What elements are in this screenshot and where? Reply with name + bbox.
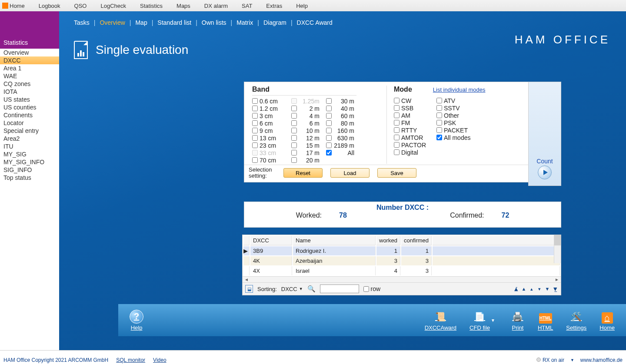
sidebar-item-itu[interactable]: ITU: [0, 142, 59, 150]
status-sql[interactable]: SQL monitor: [116, 357, 145, 363]
chk-70-cm[interactable]: 70 cm: [252, 156, 290, 164]
chk-1-2-cm[interactable]: 1.2 cm: [252, 105, 290, 112]
sidebar-item-my-sig-info[interactable]: MY_SIG_INFO: [0, 158, 59, 166]
crumb-dxcc-award[interactable]: DXCC Award: [297, 19, 333, 26]
table-row[interactable]: 4XIsrael43: [243, 266, 560, 275]
crumb-map[interactable]: Map: [135, 19, 147, 26]
reset-button[interactable]: Reset: [283, 168, 323, 178]
sidebar-item-continents[interactable]: Continents: [0, 111, 59, 119]
crumb-matrix[interactable]: Matrix: [236, 19, 253, 26]
list-modes-link[interactable]: List individual modes: [433, 86, 486, 93]
chk-amtor[interactable]: AMTOR: [394, 134, 435, 141]
grid-table[interactable]: DXCC Name worked confirmed ▶3B9Rodriguez…: [243, 235, 561, 276]
sidebar-item-wae[interactable]: WAE: [0, 72, 59, 80]
chk-12-m[interactable]: 12 m: [291, 134, 324, 142]
chk-30-m[interactable]: 30 m: [326, 97, 363, 105]
crumb-tasks[interactable]: Tasks: [74, 19, 90, 26]
nav-last[interactable]: ▼̲: [552, 286, 558, 292]
nav-up[interactable]: ▴: [529, 286, 535, 292]
nav-down[interactable]: ▾: [536, 286, 543, 292]
col-worked[interactable]: worked: [376, 236, 400, 245]
chk-15-m[interactable]: 15 m: [291, 142, 324, 149]
sidebar-item-dxcc[interactable]: DXCC: [0, 56, 59, 64]
menu-logcheck[interactable]: LogCheck: [93, 3, 133, 9]
status-dropdown-icon[interactable]: ▼: [570, 358, 574, 362]
crumb-standard-list[interactable]: Standard list: [157, 19, 191, 26]
chk-80-m[interactable]: 80 m: [326, 119, 363, 127]
sidebar-item-area2[interactable]: Area2: [0, 135, 59, 142]
menu-home[interactable]: Home: [2, 3, 32, 9]
settings-tool[interactable]: 🛠️Settings: [566, 310, 586, 331]
chk-2189-m[interactable]: 2189 m: [326, 142, 363, 149]
chk-atv[interactable]: ATV: [436, 97, 477, 104]
menu-statistics[interactable]: Statistics: [133, 3, 170, 9]
menu-sat[interactable]: SAT: [235, 3, 259, 9]
chk-60-m[interactable]: 60 m: [326, 112, 363, 119]
count-button[interactable]: [538, 165, 552, 179]
col-name[interactable]: Name: [293, 236, 376, 245]
table-row[interactable]: 4KAzerbaijan33: [243, 256, 560, 265]
chk-all-modes[interactable]: All modes: [436, 134, 477, 141]
help-tool[interactable]: ? Help: [130, 310, 143, 331]
cfd-dropdown-icon[interactable]: ▼: [491, 318, 495, 323]
chk-9-cm[interactable]: 9 cm: [252, 127, 290, 134]
chk-4-m[interactable]: 4 m: [291, 112, 324, 119]
nav-pgup[interactable]: ▲: [521, 286, 527, 292]
status-url[interactable]: www.hamoffice.de: [580, 357, 623, 363]
chk-packet[interactable]: PACKET: [436, 126, 477, 134]
chk-6-cm[interactable]: 6 cm: [252, 119, 290, 127]
chk-20-m[interactable]: 20 m: [291, 156, 324, 164]
sidebar-item-overview[interactable]: Overview: [0, 49, 59, 56]
sorting-combo[interactable]: DXCC ▼: [281, 286, 303, 292]
save-button[interactable]: Save: [377, 168, 416, 178]
sidebar-item-locator[interactable]: Locator: [0, 119, 59, 127]
nav-first[interactable]: ▲̄: [513, 286, 519, 292]
table-row[interactable]: ▶3B9Rodriguez I.11: [243, 246, 560, 255]
search-input[interactable]: [320, 285, 359, 293]
chk-13-cm[interactable]: 13 cm: [252, 134, 290, 142]
sidebar-item-cq-zones[interactable]: CQ zones: [0, 80, 59, 88]
grid-config-icon[interactable]: ⬓: [245, 285, 253, 293]
chk-all[interactable]: All: [326, 149, 363, 156]
html-tool[interactable]: HTMLHTML: [538, 313, 553, 331]
sidebar-item-sig-info[interactable]: SIG_INFO: [0, 166, 59, 174]
chk-cw[interactable]: CW: [394, 97, 435, 104]
print-tool[interactable]: 🖨️Print: [511, 310, 525, 331]
menu-qso[interactable]: QSO: [67, 3, 94, 9]
sidebar-item-my-sig[interactable]: MY_SIG: [0, 150, 59, 158]
chk-am[interactable]: AM: [394, 112, 435, 119]
nav-pgdn[interactable]: ▼: [544, 286, 550, 292]
crumb-diagram[interactable]: Diagram: [263, 19, 286, 26]
sidebar-item-special-entry[interactable]: Special entry: [0, 127, 59, 135]
search-icon[interactable]: 🔍: [307, 285, 316, 293]
row-checkbox[interactable]: row: [363, 285, 381, 293]
status-video[interactable]: Video: [153, 357, 166, 363]
chk-160-m[interactable]: 160 m: [326, 127, 363, 134]
chk-digital[interactable]: Digital: [394, 149, 435, 156]
chk-630-m[interactable]: 630 m: [326, 134, 363, 142]
col-dxcc[interactable]: DXCC: [250, 236, 292, 245]
menu-dxalarm[interactable]: DX alarm: [197, 3, 235, 9]
chk-0-6-cm[interactable]: 0.6 cm: [252, 97, 290, 105]
sidebar-item-us-states[interactable]: US states: [0, 96, 59, 103]
chk-10-m[interactable]: 10 m: [291, 127, 324, 134]
chk-other[interactable]: Other: [436, 112, 477, 119]
sidebar-item-us-counties[interactable]: US counties: [0, 103, 59, 111]
chk-rtty[interactable]: RTTY: [394, 126, 435, 134]
cfdfile-tool[interactable]: 📄CFD file: [470, 310, 490, 331]
chk-40-m[interactable]: 40 m: [326, 105, 363, 112]
chk-6-m[interactable]: 6 m: [291, 119, 324, 127]
sidebar-item-iota[interactable]: IOTA: [0, 88, 59, 96]
crumb-overview[interactable]: Overview: [100, 19, 125, 26]
chk-psk[interactable]: PSK: [436, 119, 477, 126]
crumb-own-lists[interactable]: Own lists: [202, 19, 226, 26]
chk-2-m[interactable]: 2 m: [291, 105, 324, 112]
home-tool[interactable]: ⌂Home: [599, 312, 615, 331]
menu-extras[interactable]: Extras: [259, 3, 289, 9]
chk-23-cm[interactable]: 23 cm: [252, 142, 290, 149]
chk-pactor[interactable]: PACTOR: [394, 141, 435, 149]
load-button[interactable]: Load: [330, 168, 370, 178]
menu-logbook[interactable]: Logbook: [32, 3, 67, 9]
chk-3-cm[interactable]: 3 cm: [252, 112, 290, 119]
menu-maps[interactable]: Maps: [170, 3, 197, 9]
